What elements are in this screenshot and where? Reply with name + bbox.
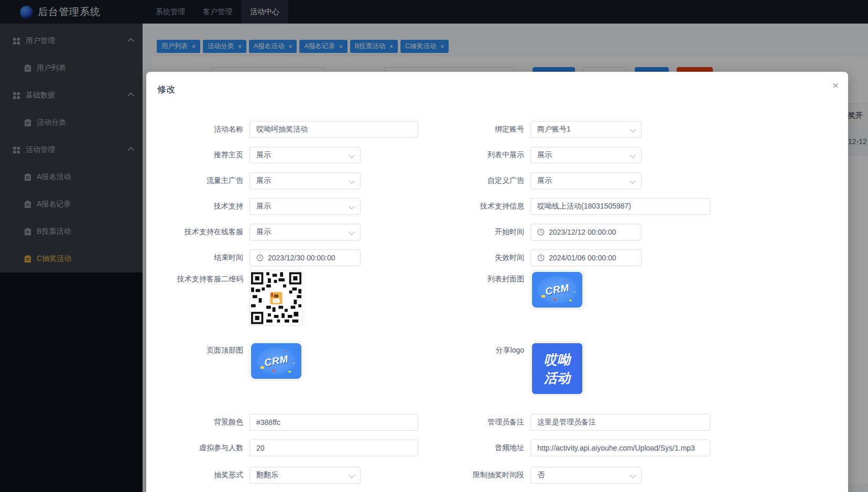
form-field-row: 技术支持信息 哎呦线上活动(18031505987)	[427, 193, 710, 219]
datetime-input[interactable]: 2023/12/30 00:00:00	[249, 249, 361, 266]
select-value: 展示	[256, 227, 271, 237]
chevron-down-icon	[349, 472, 354, 478]
cover-image[interactable]: CRM	[530, 270, 584, 309]
crm-illustration: CRM	[251, 343, 301, 379]
form-field-row: 流量主广告 展示	[146, 168, 418, 193]
field-label: 绑定账号	[427, 125, 530, 134]
select-value: 展示	[537, 176, 552, 185]
text-input[interactable]: 哎呦呵抽奖活动	[249, 121, 418, 138]
text-input[interactable]: 这里是管理员备注	[530, 414, 710, 431]
form-field-row	[427, 490, 710, 492]
text-input[interactable]: 哎呦线上活动(18031505987)	[530, 198, 710, 215]
text-input-value: http://activity.api.aiyouhe.com/Upload/S…	[537, 444, 695, 452]
form-field-row: 列表中展示 展示	[427, 142, 710, 168]
field-label: 自定义广告	[427, 176, 530, 185]
form-field-row: 抽奖形式 翻翻乐	[146, 461, 418, 490]
form-field-row: 背景颜色 #388ffc	[146, 409, 418, 435]
select-value: 展示	[537, 150, 552, 160]
text-input[interactable]: 20	[249, 440, 418, 456]
select-input[interactable]: 否	[530, 467, 642, 484]
field-label: 页面顶部图	[146, 342, 249, 355]
select-input[interactable]: 展示	[530, 147, 642, 163]
chevron-down-icon	[630, 126, 635, 132]
edit-modal: 修改 × 活动名称 哎呦呵抽奖活动 推荐主页 展示 流量主广告 展示 技术支持 …	[146, 72, 848, 492]
form-field-row: 失效时间 2024/01/06 00:00:00	[427, 245, 710, 270]
clock-icon	[537, 254, 545, 261]
form-field-row: 推荐主页 展示	[146, 142, 418, 168]
field-label: 技术支持信息	[427, 202, 530, 211]
select-input[interactable]: 商户账号1	[530, 121, 642, 138]
form-field-row: 活动名称 哎呦呵抽奖活动	[146, 116, 418, 142]
field-label: 管理员备注	[427, 418, 530, 427]
field-label: 虚拟参与人数	[146, 443, 249, 453]
share-logo-image[interactable]: 哎呦 活动	[530, 342, 584, 396]
form-field-row: 技术支持在线客服 展示	[146, 219, 418, 245]
select-value: 展示	[256, 202, 271, 211]
close-icon[interactable]: ×	[832, 80, 839, 91]
select-value: 否	[537, 471, 545, 480]
select-input[interactable]: 展示	[530, 172, 642, 189]
clock-icon	[537, 228, 545, 236]
select-input[interactable]: 展示	[249, 224, 361, 240]
text-input-value: 哎呦呵抽奖活动	[256, 125, 308, 134]
datetime-value: 2023/12/12 00:00:00	[549, 228, 616, 236]
select-input[interactable]: 翻翻乐	[249, 467, 361, 484]
field-label: 结束时间	[146, 253, 249, 263]
datetime-value: 2023/12/30 00:00:00	[268, 254, 335, 262]
form-field-row: 开始时间 2023/12/12 00:00:00	[427, 219, 710, 245]
field-label: 开始时间	[427, 227, 530, 237]
text-input-value: 20	[256, 444, 265, 452]
text-input-value: #388ffc	[256, 418, 280, 427]
share-logo-line2: 活动	[544, 369, 570, 387]
field-label: 技术支持	[146, 202, 249, 211]
field-label: 音频地址	[427, 443, 530, 453]
form-field-row: 管理员备注 这里是管理员备注	[427, 409, 710, 435]
field-label: 推荐主页	[146, 150, 249, 160]
crm-illustration: CRM	[532, 272, 582, 308]
text-input[interactable]: #388ffc	[249, 414, 418, 431]
crm-illustration-text: CRM	[545, 288, 569, 292]
field-label: 抽奖形式	[146, 471, 249, 480]
field-label: 活动名称	[146, 125, 249, 134]
select-input[interactable]: 展示	[249, 147, 361, 163]
field-label: 限制抽奖时间段	[427, 471, 530, 480]
select-value: 翻翻乐	[256, 471, 278, 480]
field-label: 背景颜色	[146, 418, 249, 427]
select-input[interactable]: 展示	[249, 198, 361, 215]
chevron-down-icon	[630, 472, 635, 478]
modal-title: 修改	[157, 83, 175, 95]
field-label: 技术支持在线客服	[146, 227, 249, 237]
chevron-down-icon	[630, 152, 635, 158]
form-field-row: 分享logo 哎呦 活动	[427, 342, 710, 409]
field-label: 列表封面图	[427, 270, 530, 284]
select-value: 展示	[256, 150, 271, 160]
form-field-row: 限制抽奖时间段 否	[427, 461, 710, 490]
text-input[interactable]: http://activity.api.aiyouhe.com/Upload/S…	[530, 440, 710, 456]
chevron-down-icon	[630, 178, 635, 183]
share-logo-line1: 哎呦	[544, 351, 570, 369]
datetime-input[interactable]: 2023/12/12 00:00:00	[530, 224, 642, 240]
field-label: 流量主广告	[146, 176, 249, 185]
form-field-row: 音频地址 http://activity.api.aiyouhe.com/Upl…	[427, 435, 710, 461]
crm-illustration-text: CRM	[264, 359, 288, 363]
field-label: 列表中展示	[427, 150, 530, 160]
chevron-down-icon	[349, 203, 354, 209]
form-field-row: 虚拟参与人数 20	[146, 435, 418, 461]
field-label: 分享logo	[427, 342, 530, 355]
field-label: 技术支持客服二维码	[146, 270, 249, 284]
chevron-down-icon	[349, 229, 354, 235]
datetime-input[interactable]: 2024/01/06 00:00:00	[530, 249, 642, 266]
clock-icon	[256, 254, 264, 261]
form-field-row: 自定义广告 展示	[427, 168, 710, 193]
form-field-row: 列表封面图 CRM	[427, 270, 710, 342]
form-field-row: 页面顶部图 CRM	[146, 342, 418, 409]
select-value: 展示	[256, 176, 271, 185]
field-label: 失效时间	[427, 253, 530, 263]
qr-code-image[interactable]	[249, 270, 303, 326]
select-value: 商户账号1	[537, 125, 571, 134]
datetime-value: 2024/01/06 00:00:00	[549, 254, 616, 262]
cover-image[interactable]: CRM	[249, 342, 303, 380]
select-input[interactable]: 展示	[249, 172, 361, 189]
form-field-row: 技术支持客服二维码	[146, 270, 418, 342]
form-field-row: 绑定账号 商户账号1	[427, 116, 710, 142]
